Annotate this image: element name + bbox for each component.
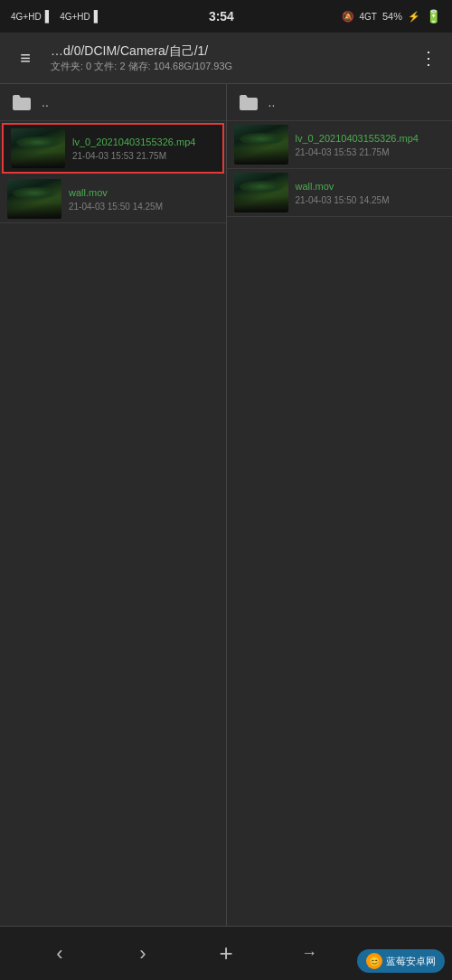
back-button[interactable]: ‹ (40, 934, 80, 974)
left-file-meta-2: 21-04-03 15:50 14.25M (69, 202, 219, 212)
status-right: 🔕 4GT 54% ⚡ 🔋 (342, 9, 441, 24)
arrow-icon: → (301, 944, 317, 963)
right-file-meta-1: 21-04-03 15:53 21.75M (296, 147, 446, 157)
plus-icon: + (219, 939, 232, 967)
left-file-meta-1: 21-04-03 15:53 21.75M (72, 151, 215, 161)
left-file-name-2: wall.mov (69, 186, 219, 199)
forward-icon: › (139, 942, 146, 966)
left-thumbnail-1 (11, 128, 65, 168)
silent-icon: 🔕 (342, 11, 354, 23)
right-file-item-2[interactable]: wall.mov 21-04-03 15:50 14.25M (227, 169, 453, 217)
right-thumbnail-2 (234, 173, 288, 212)
status-bar: 4G+HD ▌ 4G+HD ▌ 3:54 🔕 4GT 54% ⚡ 🔋 (0, 0, 452, 33)
left-file-info-2: wall.mov 21-04-03 15:50 14.25M (69, 186, 219, 211)
carrier2-label: 4G+HD (60, 12, 90, 22)
left-file-info-1: lv_0_20210403155326.mp4 21-04-03 15:53 2… (72, 136, 215, 160)
battery-icon: 🔋 (426, 9, 441, 24)
network-icon: 4GT (360, 12, 377, 22)
watermark-text: 蓝莓安卓网 (386, 955, 436, 968)
right-file-name-2: wall.mov (296, 180, 446, 193)
navigate-button[interactable]: → (289, 934, 329, 974)
top-bar: ≡ …d/0/DCIM/Camera/自己/1/ 文件夹: 0 文件: 2 储存… (0, 33, 452, 83)
forward-button[interactable]: › (123, 934, 163, 974)
signal1-icon: ▌ (45, 10, 53, 23)
left-file-item-1[interactable]: lv_0_20210403155326.mp4 21-04-03 15:53 2… (2, 123, 224, 174)
right-panel: .. lv_0_20210403155326.mp4 21-04-03 15:5… (227, 84, 453, 926)
more-button[interactable]: ⋮ (412, 40, 445, 76)
right-file-info-1: lv_0_20210403155326.mp4 21-04-03 15:53 2… (296, 132, 446, 156)
right-folder-label: .. (268, 95, 276, 109)
content-area: .. lv_0_20210403155326.mp4 21-04-03 15:5… (0, 83, 452, 926)
time-display: 3:54 (209, 9, 234, 24)
right-file-name-1: lv_0_20210403155326.mp4 (296, 132, 446, 145)
carrier1-label: 4G+HD (11, 12, 42, 22)
left-panel: .. lv_0_20210403155326.mp4 21-04-03 15:5… (0, 84, 227, 926)
path-meta: 文件夹: 0 文件: 2 储存: 104.68G/107.93G (51, 60, 405, 73)
left-folder-item[interactable]: .. (0, 84, 226, 121)
right-folder-item[interactable]: .. (227, 84, 453, 121)
path-info: …d/0/DCIM/Camera/自己/1/ 文件夹: 0 文件: 2 储存: … (51, 42, 405, 72)
right-thumbnail-1 (234, 125, 288, 165)
add-button[interactable]: + (206, 934, 246, 974)
back-icon: ‹ (56, 942, 62, 966)
left-folder-label: .. (42, 95, 49, 109)
status-left: 4G+HD ▌ 4G+HD ▌ (11, 10, 101, 23)
watermark-icon: 😊 (366, 953, 382, 969)
battery-percent: 54% (382, 11, 402, 22)
left-thumbnail-2 (7, 179, 61, 219)
menu-button[interactable]: ≡ (7, 41, 43, 76)
right-file-meta-2: 21-04-03 15:50 14.25M (296, 195, 446, 205)
right-file-info-2: wall.mov 21-04-03 15:50 14.25M (296, 180, 446, 204)
battery-charging-icon: ⚡ (408, 11, 420, 23)
left-file-name-1: lv_0_20210403155326.mp4 (72, 136, 215, 148)
right-file-item-1[interactable]: lv_0_20210403155326.mp4 21-04-03 15:53 2… (227, 121, 453, 169)
watermark: 😊 蓝莓安卓网 (357, 949, 445, 973)
left-file-item-2[interactable]: wall.mov 21-04-03 15:50 14.25M (0, 175, 226, 223)
signal2-icon: ▌ (94, 10, 102, 23)
right-folder-icon (236, 91, 261, 113)
path-title: …d/0/DCIM/Camera/自己/1/ (51, 42, 405, 59)
folder-icon (9, 91, 34, 113)
